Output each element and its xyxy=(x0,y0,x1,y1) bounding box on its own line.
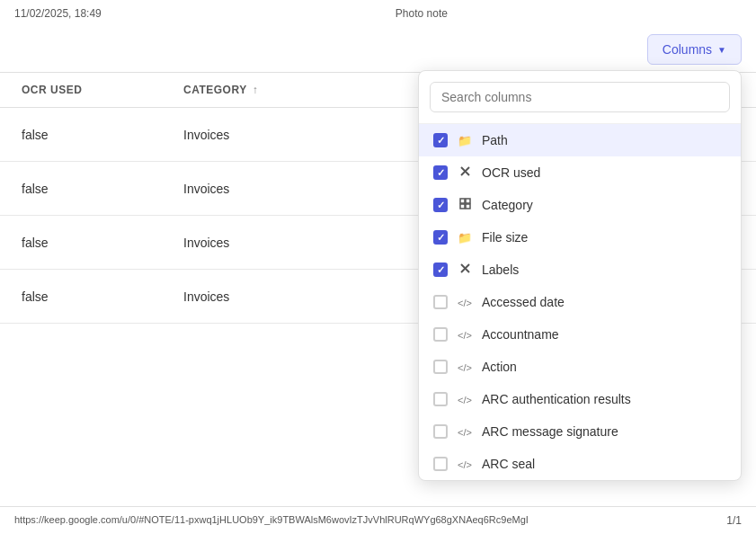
column-label: ARC authentication results xyxy=(482,392,631,406)
column-checkbox[interactable] xyxy=(433,457,448,471)
bottom-bar: https://keep.google.com/u/0/#NOTE/11-pxw… xyxy=(0,506,756,534)
photo-note-label: Photo note xyxy=(102,7,742,20)
column-checkbox[interactable]: ✓ xyxy=(433,230,448,245)
columns-button[interactable]: Columns ▼ xyxy=(647,34,742,65)
column-icon: </> xyxy=(457,458,473,471)
ocr-cell: false xyxy=(14,275,176,318)
column-item[interactable]: </>ARC message signature xyxy=(419,415,741,448)
column-checkbox[interactable] xyxy=(433,392,448,406)
column-checkbox[interactable]: ✓ xyxy=(433,198,448,212)
column-item[interactable]: ✓Category xyxy=(419,189,741,221)
chevron-down-icon: ▼ xyxy=(717,45,726,55)
column-item[interactable]: ✓📁Path xyxy=(419,124,741,156)
column-item[interactable]: </>Action xyxy=(419,351,741,383)
category-cell: Invoices xyxy=(176,113,374,156)
column-icon: </> xyxy=(457,393,473,406)
column-icon xyxy=(457,198,473,212)
svg-rect-5 xyxy=(466,204,470,209)
column-label: OCR used xyxy=(482,165,540,180)
category-cell: Invoices xyxy=(176,275,374,318)
svg-rect-3 xyxy=(466,199,470,203)
ocr-cell: false xyxy=(14,113,176,156)
column-icon xyxy=(457,165,473,180)
column-icon: </> xyxy=(457,296,473,309)
column-label: ARC seal xyxy=(482,457,535,471)
column-item[interactable]: </>Accessed date xyxy=(419,286,741,318)
column-item[interactable]: </>Accountname xyxy=(419,318,741,351)
column-label: Accountname xyxy=(482,327,559,342)
category-column-header: CATEGORY ↑ xyxy=(176,73,374,107)
category-cell: Invoices xyxy=(176,167,374,210)
column-icon: 📁 xyxy=(457,231,473,245)
column-label: Accessed date xyxy=(482,295,565,309)
search-box xyxy=(419,71,741,124)
column-item[interactable]: ✓Labels xyxy=(419,254,741,286)
svg-rect-2 xyxy=(460,199,465,203)
column-icon: </> xyxy=(457,328,473,342)
column-checkbox[interactable]: ✓ xyxy=(433,263,448,277)
column-label: Category xyxy=(482,198,533,212)
column-checkbox[interactable] xyxy=(433,360,448,374)
column-checkbox[interactable]: ✓ xyxy=(433,165,448,180)
column-label: Labels xyxy=(482,263,519,277)
column-item[interactable]: </>ARC seal xyxy=(419,448,741,480)
toolbar: Columns ▼ ✓📁Path✓OCR used✓Category✓📁File… xyxy=(0,27,756,72)
sort-icon[interactable]: ↑ xyxy=(253,84,259,96)
ocr-cell: false xyxy=(14,167,176,210)
category-cell: Invoices xyxy=(176,221,374,264)
column-label: Path xyxy=(482,133,508,147)
column-icon: 📁 xyxy=(457,134,473,147)
columns-dropdown: ✓📁Path✓OCR used✓Category✓📁File size✓Labe… xyxy=(418,70,742,481)
top-bar: 11/02/2025, 18:49 Photo note xyxy=(0,0,756,27)
search-input[interactable] xyxy=(430,82,730,112)
column-label: ARC message signature xyxy=(482,424,618,439)
column-item[interactable]: ✓📁File size xyxy=(419,221,741,254)
column-item[interactable]: ✓OCR used xyxy=(419,156,741,189)
column-label: File size xyxy=(482,230,528,245)
ocr-cell: false xyxy=(14,221,176,264)
timestamp: 11/02/2025, 18:49 xyxy=(14,7,102,20)
page-count: 1/1 xyxy=(726,514,742,527)
column-item[interactable]: </>ARC authentication results xyxy=(419,383,741,415)
column-icon: </> xyxy=(457,425,473,439)
column-checkbox[interactable] xyxy=(433,327,448,342)
column-checkbox[interactable] xyxy=(433,295,448,309)
svg-rect-4 xyxy=(460,204,465,209)
column-icon: </> xyxy=(457,360,473,374)
column-checkbox[interactable] xyxy=(433,424,448,439)
column-checkbox[interactable]: ✓ xyxy=(433,133,448,147)
column-icon xyxy=(457,263,473,277)
ocr-column-header: OCR USED xyxy=(14,73,176,107)
url-display: https://keep.google.com/u/0/#NOTE/11-pxw… xyxy=(14,514,529,527)
column-list: ✓📁Path✓OCR used✓Category✓📁File size✓Labe… xyxy=(419,124,741,480)
column-label: Action xyxy=(482,360,517,374)
